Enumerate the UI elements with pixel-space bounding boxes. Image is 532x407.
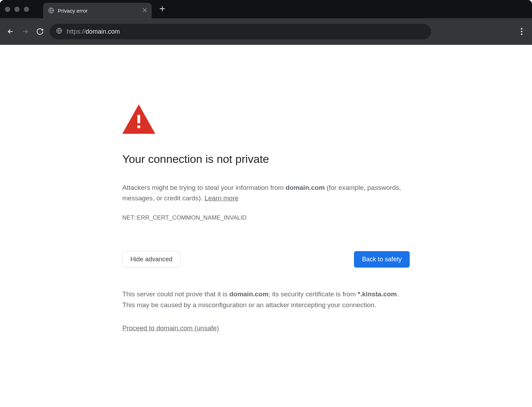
url-text: https://domain.com — [67, 28, 120, 35]
window-maximize-button[interactable] — [24, 7, 29, 12]
tab-strip: Privacy error — [0, 0, 532, 18]
forward-button[interactable] — [20, 27, 30, 36]
svg-point-3 — [521, 31, 522, 32]
warning-description: Attackers might be trying to steal your … — [122, 182, 410, 204]
page-content: Your connection is not private Attackers… — [0, 45, 532, 332]
url-scheme: https:// — [67, 28, 86, 35]
back-button[interactable] — [6, 27, 15, 36]
advanced-detail: This server could not prove that it is d… — [122, 289, 410, 311]
error-code: NET::ERR_CERT_COMMON_NAME_INVALID — [122, 214, 410, 221]
toolbar: https://domain.com — [0, 18, 532, 45]
reload-button[interactable] — [35, 27, 45, 36]
window-minimize-button[interactable] — [14, 7, 20, 12]
back-to-safety-button[interactable]: Back to safety — [354, 251, 410, 268]
window-close-button[interactable] — [5, 7, 10, 12]
browser-chrome: Privacy error https://domain.com — [0, 0, 532, 45]
new-tab-button[interactable] — [159, 5, 165, 14]
browser-menu-button[interactable] — [517, 27, 526, 36]
tab-close-button[interactable] — [143, 7, 147, 14]
button-row: Hide advanced Back to safety — [122, 251, 410, 268]
window-controls — [5, 7, 43, 12]
svg-rect-7 — [137, 125, 140, 128]
globe-icon — [48, 7, 54, 14]
address-bar[interactable]: https://domain.com — [50, 24, 431, 39]
site-info-icon[interactable] — [56, 28, 62, 36]
svg-point-4 — [521, 34, 522, 35]
learn-more-link[interactable]: Learn more — [204, 194, 238, 202]
browser-tab[interactable]: Privacy error — [43, 3, 152, 18]
hide-advanced-button[interactable]: Hide advanced — [122, 251, 180, 268]
proceed-unsafe-link[interactable]: Proceed to domain.com (unsafe) — [122, 324, 219, 332]
tab-title: Privacy error — [58, 8, 139, 14]
svg-point-2 — [521, 28, 522, 29]
warning-icon — [122, 104, 410, 135]
svg-rect-6 — [137, 115, 140, 123]
page-heading: Your connection is not private — [122, 153, 410, 166]
url-host: domain.com — [86, 28, 120, 35]
